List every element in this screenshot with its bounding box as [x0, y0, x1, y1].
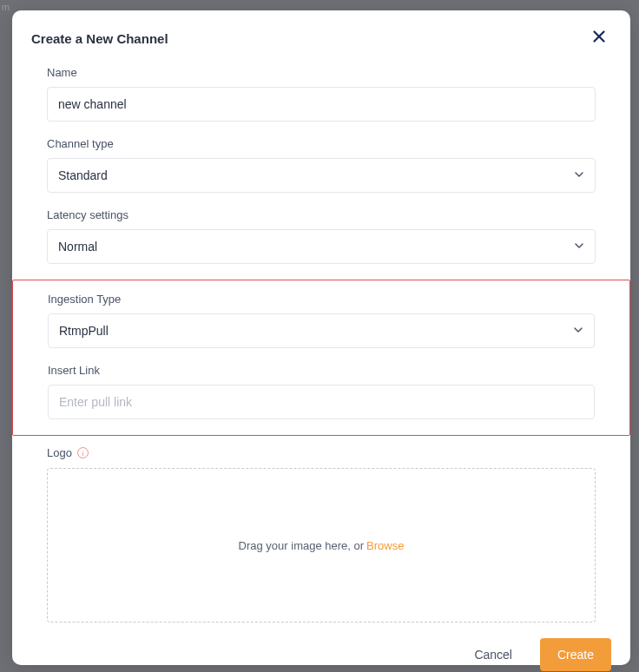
logo-dropzone[interactable]: Drag your image here, or Browse	[47, 468, 596, 623]
latency-select[interactable]: Normal	[47, 229, 596, 264]
create-channel-modal: Create a New Channel Name Channel type S…	[12, 10, 630, 665]
name-field-group: Name	[31, 66, 611, 122]
modal-footer: Cancel Create	[12, 623, 630, 672]
insert-link-input[interactable]	[48, 385, 595, 419]
logo-label: Logo	[47, 446, 72, 459]
close-icon	[592, 30, 606, 47]
channel-type-value: Standard	[58, 168, 108, 182]
insert-link-field-group: Insert Link	[13, 364, 629, 419]
chevron-down-icon	[573, 324, 583, 338]
channel-type-field-group: Channel type Standard	[31, 137, 611, 193]
chevron-down-icon	[574, 240, 584, 254]
ingestion-label: Ingestion Type	[48, 293, 595, 306]
modal-title: Create a New Channel	[31, 31, 168, 46]
ingestion-value: RtmpPull	[59, 324, 109, 338]
latency-field-group: Latency settings Normal	[31, 208, 611, 264]
create-button[interactable]: Create	[540, 638, 611, 671]
dropzone-text: Drag your image here, or	[239, 539, 365, 552]
ingestion-select[interactable]: RtmpPull	[48, 313, 595, 348]
modal-header: Create a New Channel	[12, 10, 630, 59]
browse-link[interactable]: Browse	[366, 539, 404, 552]
insert-link-label: Insert Link	[48, 364, 595, 377]
logo-label-row: Logo i	[31, 446, 611, 459]
info-icon: i	[77, 447, 89, 458]
close-button[interactable]	[587, 26, 611, 50]
name-input[interactable]	[47, 87, 596, 122]
latency-label: Latency settings	[47, 208, 596, 221]
modal-body: Name Channel type Standard Latency setti…	[12, 59, 630, 623]
ingestion-field-group: Ingestion Type RtmpPull	[13, 293, 629, 348]
backdrop-hint: m	[2, 2, 10, 12]
latency-value: Normal	[58, 240, 97, 254]
ingestion-highlight-box: Ingestion Type RtmpPull Insert Link	[12, 280, 630, 436]
name-label: Name	[47, 66, 596, 79]
cancel-button[interactable]: Cancel	[458, 638, 528, 671]
channel-type-label: Channel type	[47, 137, 596, 150]
chevron-down-icon	[574, 168, 584, 182]
channel-type-select[interactable]: Standard	[47, 158, 596, 193]
